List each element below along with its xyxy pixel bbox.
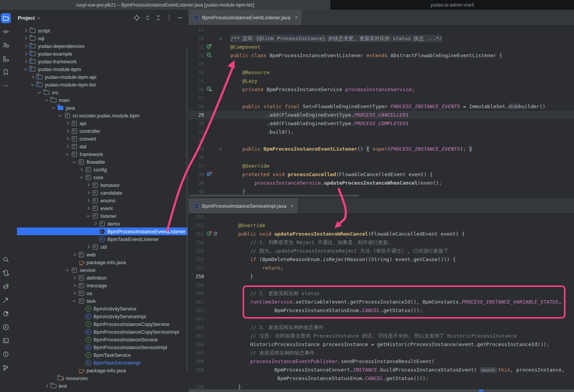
chevron-closed-icon[interactable] (92, 222, 98, 225)
code-line-264[interactable]: 264 // 3. 发送流程实例的状态事件 (189, 323, 574, 332)
tree-row-enums[interactable]: enums (12, 197, 189, 204)
tree-row-bpmprocessinstanceeventlistener[interactable]: CBpmProcessInstanceEventListener (17, 227, 188, 235)
close-icon[interactable]: × (290, 203, 294, 209)
chevron-closed-icon[interactable] (71, 284, 77, 287)
locate-icon[interactable] (132, 13, 141, 22)
tree-row-event[interactable]: event (12, 204, 189, 212)
line-number[interactable]: 31 (189, 128, 204, 136)
chevron-open-icon[interactable] (36, 92, 42, 93)
chevron-closed-icon[interactable] (71, 253, 77, 256)
code-text[interactable]: processInstanceEventPublisher.sendProces… (219, 357, 435, 366)
code-text[interactable]: // 1. 判断是否为 Reject 不通过。如果是，则不进行更新. (219, 238, 391, 247)
code-line-25[interactable]: 25 @Lazy (189, 77, 574, 85)
code-line-269[interactable]: 269 BpmProcessInstanceConvert.INSTANCE.b… (189, 366, 574, 374)
collapse-all-icon[interactable] (154, 13, 163, 22)
code-line-29[interactable]: 29 .add(FlowableEngineEventType.PROCESS_… (189, 111, 574, 119)
tree-row-util[interactable]: util (12, 243, 189, 251)
tree-row-task[interactable]: task (12, 297, 189, 305)
tree-row-bpmtaskservice[interactable]: IBpmTaskService (12, 351, 189, 359)
code-line-36[interactable]: 36 (189, 153, 574, 162)
code-text[interactable]: @Resource (224, 68, 270, 77)
tab-bpm-process-instance-service-impl[interactable]: C BpmProcessInstanceServiceImpl.java × (189, 198, 297, 214)
code-line-268[interactable]: 268 processInstanceEventPublisher.sendPr… (189, 357, 574, 366)
chevron-open-icon[interactable] (29, 84, 36, 85)
chevron-closed-icon[interactable] (22, 45, 29, 47)
line-number[interactable]: 30 (189, 119, 204, 128)
line-number[interactable]: 28 (189, 102, 204, 111)
code-text[interactable]: // 3. 发送流程实例的状态事件 (219, 323, 324, 332)
tree-row-dal[interactable]: dal (12, 143, 189, 150)
chevron-closed-icon[interactable] (71, 277, 77, 279)
chevron-closed-icon[interactable] (64, 145, 70, 148)
code-text[interactable]: return; (219, 264, 284, 272)
chevron-closed-icon[interactable] (22, 37, 29, 39)
code-line-255[interactable]: 255 // 因为, updateProcessInstanceReject 方… (189, 247, 574, 255)
code-line-21[interactable]: 21@Component (189, 43, 574, 51)
project-panel-title[interactable]: Project (18, 15, 35, 21)
chevron-down-icon[interactable] (37, 16, 41, 19)
tree-row-message[interactable]: message (12, 282, 189, 289)
line-number[interactable]: 251 (189, 213, 204, 221)
code-line-15[interactable]: 15 (189, 26, 574, 34)
line-number[interactable]: 38 (189, 170, 204, 179)
line-number[interactable]: 25 (189, 77, 204, 85)
tab-bpm-process-instance-event-listener[interactable]: C BpmProcessInstanceEventListener.java × (189, 10, 302, 25)
line-number[interactable]: 22 (189, 51, 204, 60)
chevron-closed-icon[interactable] (85, 192, 91, 194)
tree-row-listener[interactable]: listener (12, 212, 189, 220)
line-number[interactable]: 33 (189, 145, 204, 153)
top-editor[interactable]: 1516>/** 监听 {@link ProcessInstance} 的状态变… (189, 25, 574, 198)
code-text[interactable]: if (BpmDeleteReasonEnum.isRejectReason((… (219, 255, 456, 264)
line-number[interactable]: 260 (189, 289, 204, 298)
chevron-closed-icon[interactable] (64, 130, 70, 132)
line-number[interactable]: 32 (189, 136, 204, 145)
tree-row-yudao-framework[interactable]: yudao-framework (12, 58, 189, 65)
chevron-closed-icon[interactable] (22, 60, 29, 63)
chevron-closed-icon[interactable] (43, 385, 49, 387)
line-number[interactable]: 254 (189, 238, 204, 247)
project-tree-scrollbar[interactable] (186, 46, 188, 371)
code-line-261[interactable]: 261 runtimeService.setVariable(event.get… (189, 298, 574, 306)
line-number[interactable]: 27 (189, 94, 204, 102)
line-number[interactable]: 257 (189, 264, 204, 272)
code-line-257[interactable]: 257 return; (189, 264, 574, 272)
code-line-32[interactable]: 32 (189, 136, 574, 145)
code-text[interactable]: public class BpmProcessInstanceEventList… (224, 51, 502, 60)
horizontal-scrollbar[interactable] (189, 195, 359, 197)
bottom-editor[interactable]: 251252 @Override253I@ public void update… (189, 213, 574, 392)
chevron-closed-icon[interactable] (78, 168, 84, 171)
line-number[interactable]: 258 (189, 272, 204, 281)
line-number[interactable]: 39 (189, 179, 204, 187)
tree-row-config[interactable]: config (12, 166, 189, 173)
profiler-icon[interactable] (1, 309, 11, 319)
fold-chevron-icon[interactable]: > (217, 147, 224, 152)
tree-row-bpmtaskeventlistener[interactable]: CBpmTaskEventListener (12, 235, 189, 243)
override-icon[interactable]: @ (206, 171, 212, 178)
tree-row-behavior[interactable]: behavior (12, 181, 189, 189)
chevron-open-icon[interactable] (78, 176, 84, 178)
code-text[interactable]: BpmProcessInstanceStatusEnum.CANCEL.getS… (219, 306, 423, 315)
tree-row-src[interactable]: src (12, 88, 189, 96)
code-text[interactable]: public BpmProcessInstanceEventListener()… (224, 145, 472, 153)
tree-row-bpmprocessinstanceserviceimpl[interactable]: CBpmProcessInstanceServiceImpl (12, 343, 189, 351)
chevron-closed-icon[interactable] (85, 246, 91, 248)
line-number[interactable]: 255 (189, 247, 204, 255)
code-line-30[interactable]: 30 .add(FlowableEngineEventType.PROCESS_… (189, 119, 574, 128)
code-text[interactable]: HistoricProcessInstance processInstance … (219, 340, 549, 349)
tree-row-bpmtaskserviceimpl[interactable]: CBpmTaskServiceImpl (12, 359, 189, 367)
chevron-closed-icon[interactable] (71, 292, 77, 294)
line-number[interactable]: 37 (189, 162, 204, 170)
tree-row-yudao-dependencies[interactable]: yudao-dependencies (12, 42, 189, 50)
code-text[interactable]: BpmProcessInstanceStatusEnum.CANCEL.getS… (219, 374, 428, 383)
tree-row-sql[interactable]: sql (12, 34, 189, 42)
chevron-closed-icon[interactable] (85, 199, 91, 202)
line-number[interactable]: 24 (189, 68, 204, 77)
code-text[interactable]: // 2. 更新流程实例 status (219, 289, 319, 298)
tree-row-yudao-module-bpm[interactable]: yudao-module-bpm (12, 65, 189, 73)
terminal-icon[interactable] (1, 336, 11, 346)
code-line-265[interactable]: 265 // 注意: 此时如果去查询 ProcessInstance 的话, 字… (189, 332, 574, 340)
tree-row-package-info-java[interactable]: package-info.java (12, 258, 189, 266)
code-text[interactable]: // 注意: 此时如果去查询 ProcessInstance 的话, 字段是不全… (219, 332, 517, 340)
line-number[interactable]: 259 (189, 281, 204, 289)
line-number[interactable]: 268 (189, 357, 204, 366)
